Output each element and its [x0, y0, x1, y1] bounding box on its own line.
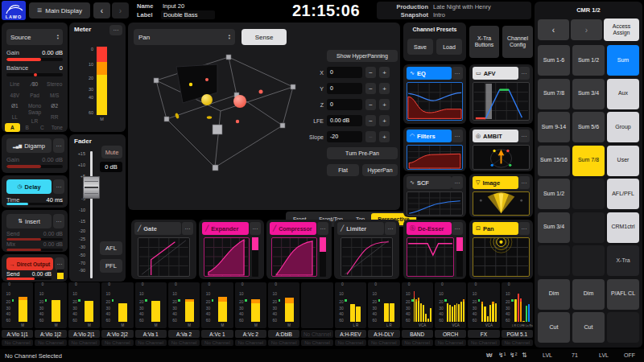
gate-graph[interactable] [138, 237, 190, 277]
pan-param-value[interactable]: 0 [327, 83, 362, 94]
meter-strip-a-va-1[interactable]: 01020304060MA:Va 1No Channel [135, 282, 167, 348]
meter-strip-a-vc-1[interactable]: 01020304060MA:Vc 1No Channel [201, 282, 233, 348]
sidebar-button-p-afl-cl[interactable]: P/AFL CL [607, 279, 639, 310]
eq-button[interactable]: ∿EQ [407, 67, 452, 80]
flash1-icon[interactable]: ↯¹ [498, 352, 506, 359]
pan-param-plus-button[interactable]: + [379, 115, 390, 126]
digamp-more-button[interactable]: ··· [53, 138, 64, 153]
source-option-c[interactable]: C [35, 123, 50, 132]
sidebar-button-sum-7-8[interactable]: Sum 7/8 [572, 146, 605, 176]
meter-strip-pgm-5-1[interactable]: 01020304060L R C LFE Ls RsPGM 5.1No Chan… [502, 282, 533, 348]
filters-graph[interactable] [407, 145, 463, 170]
direct-send-slider[interactable] [6, 278, 52, 280]
sidebar-button-cut[interactable]: Cut [572, 312, 605, 343]
source-option-rr[interactable]: RR [44, 113, 64, 121]
source-option-tone[interactable]: Tone [50, 123, 65, 132]
pan-3d-view[interactable] [131, 47, 321, 185]
compressor-graph[interactable] [271, 237, 317, 277]
limiter-graph[interactable] [341, 237, 393, 277]
sidebar-button-afl-pfl[interactable]: AFL/PFL [607, 179, 639, 209]
sidebar-button-sum-7-8[interactable]: Sum 7/8 [538, 79, 570, 109]
sidebar-button-crm1ctrl[interactable]: CRM1ctrl [607, 212, 639, 243]
pan-param-minus-button[interactable]: − [365, 83, 376, 94]
show-hyperpanning-button[interactable]: Show HyperPanning [327, 50, 398, 62]
sidebar-button-sum-1-2[interactable]: Sum 1/2 [572, 45, 605, 76]
sidebar-button-aux[interactable]: Aux [607, 79, 639, 109]
source-option-ll[interactable]: LL [5, 113, 25, 121]
source-option-1[interactable]: Ø1 [5, 101, 25, 110]
meter-strip-no-channel[interactable]: No ChannelNo Channel [301, 282, 332, 348]
direct-output-button[interactable]: → Direct Output [6, 257, 53, 270]
expander-button[interactable]: ╱Expander [202, 222, 249, 235]
insert-button[interactable]: ⇅ Insert [6, 214, 52, 228]
delay-button[interactable]: ◷ Delay [6, 179, 52, 194]
meter-strip-a-h-rev[interactable]: 01020304060L RA:H-REVNo Channel [335, 282, 366, 348]
scf-button[interactable]: ∿SCF [407, 176, 452, 189]
delay-more-button[interactable]: ··· [53, 179, 64, 194]
flash2-icon[interactable]: ↯² [510, 352, 517, 359]
faders-icon[interactable]: ₩ [486, 352, 493, 359]
pan-tile-graph[interactable] [473, 237, 530, 277]
digamp-gain-slider[interactable] [6, 165, 63, 168]
pan-tile-button[interactable]: ⊡Pan [473, 222, 518, 235]
scf-more-button[interactable]: ··· [452, 176, 463, 189]
io-arrows-icon[interactable]: ⇅ [522, 352, 527, 359]
meter-strip-a-vio-1-1[interactable]: 01020304060MA:Vio 1|1No Channel [2, 282, 33, 348]
pan-param-plus-button[interactable]: + [379, 99, 390, 110]
turn-pre-pan-button[interactable]: Turn Pre-Pan [327, 147, 398, 159]
preset-load-button[interactable]: Load [436, 39, 462, 55]
pan-param-plus-button[interactable]: + [379, 131, 390, 142]
pan-param-value[interactable]: 0 [327, 99, 362, 110]
ambit-more-button[interactable]: ··· [518, 130, 530, 142]
fader-handle[interactable] [83, 176, 100, 199]
meter-strip-a-dblb[interactable]: 01020304060MA:DblBNo Channel [268, 282, 299, 348]
pan-param-minus-button[interactable]: − [365, 67, 376, 78]
sidebar-button-sum-5-6[interactable]: Sum 5/6 [572, 112, 605, 142]
scf-graph[interactable] [407, 191, 463, 216]
afv-graph[interactable] [473, 82, 530, 121]
limiter-button[interactable]: ╱Limiter [337, 222, 384, 235]
source-option-stereo[interactable]: Stereo [44, 80, 64, 88]
insert-more-button[interactable]: ··· [53, 214, 64, 228]
sidebar-button-dim[interactable]: Dim [538, 279, 570, 310]
digamp-button[interactable]: ▂▄▆ Digamp [6, 138, 52, 153]
image-button[interactable]: ▽Image [473, 176, 518, 189]
delay-time-slider[interactable] [6, 203, 63, 205]
source-option-line[interactable]: Line [5, 80, 25, 88]
sidebar-button-group[interactable]: Group [607, 112, 639, 142]
flat-button[interactable]: Flat [327, 164, 359, 176]
eq-graph[interactable] [407, 82, 463, 121]
pfl-button[interactable]: PFL [100, 259, 122, 273]
sidebar-button-sum-1-2[interactable]: Sum 1/2 [538, 179, 570, 209]
source-option-b[interactable]: B [20, 123, 35, 132]
filters-more-button[interactable]: ··· [452, 130, 463, 142]
image-graph[interactable] [473, 191, 530, 216]
channel-config-button[interactable]: Channel Config [502, 26, 533, 58]
hyperpan-button[interactable]: HyperPan [362, 164, 398, 176]
insert-mix-slider[interactable] [6, 249, 63, 251]
pan-param-minus-button[interactable]: − [365, 115, 376, 126]
filters-button[interactable]: ◠Filters [407, 130, 452, 142]
image-more-button[interactable]: ··· [518, 176, 530, 189]
afv-more-button[interactable]: ··· [518, 67, 530, 80]
mute-button[interactable]: Mute [101, 146, 122, 158]
afv-button[interactable]: ▭AFV [473, 67, 518, 80]
sense-button[interactable]: Sense [242, 29, 287, 45]
xtra-buttons-button[interactable]: X-Tra Buttons [469, 26, 499, 58]
pan-param-value[interactable]: -20 [327, 131, 362, 142]
ambit-button[interactable]: ◎AMBIT [473, 130, 518, 142]
meter-strip-a-vc-2[interactable]: 01020304060MA:Vc 2No Channel [235, 282, 266, 348]
sidebar-button-dim[interactable]: Dim [572, 279, 605, 310]
gate-button[interactable]: ╱Gate [134, 222, 181, 235]
pan-param-minus-button[interactable]: − [365, 99, 376, 110]
label-input[interactable]: Double Bass [161, 10, 215, 19]
pan-param-plus-button[interactable]: + [379, 67, 390, 78]
pan-selector[interactable]: Pan ▴▾ [134, 29, 235, 45]
compressor-more-button[interactable]: ··· [317, 222, 328, 235]
meter-strip-a-va-2[interactable]: 01020304060MA:Va 2No Channel [168, 282, 200, 348]
main-display-button[interactable]: ☰ Main Display [29, 2, 90, 19]
gain-slider[interactable] [6, 58, 63, 61]
insert-send-slider[interactable] [6, 238, 63, 241]
sidebar-button-sum-3-4[interactable]: Sum 3/4 [538, 212, 570, 243]
deesser-button[interactable]: ⓈDe-Esser [407, 222, 452, 235]
